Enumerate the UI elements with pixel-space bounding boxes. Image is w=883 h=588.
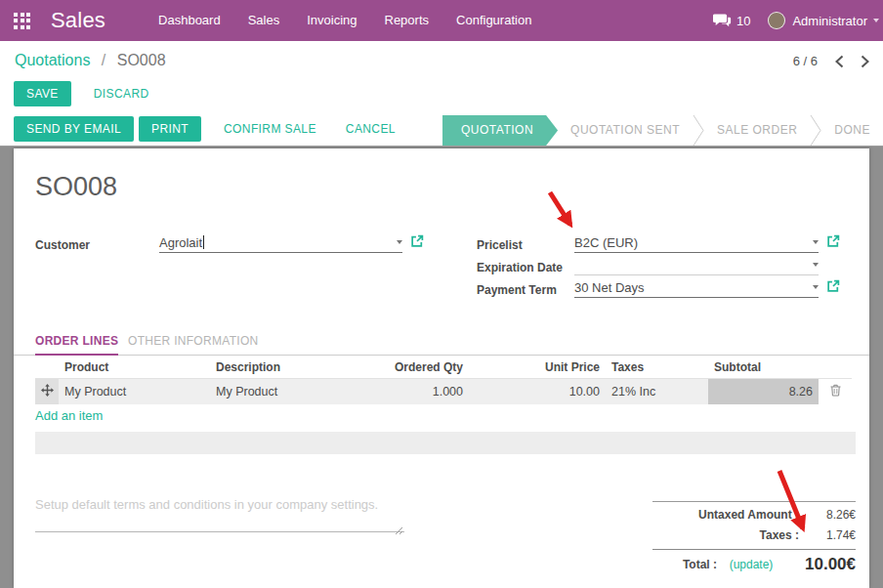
main-menu: Dashboard Sales Invoicing Reports Config…	[145, 0, 545, 41]
terms-textarea[interactable]	[35, 512, 404, 532]
pricelist-value: B2C (EUR)	[574, 235, 638, 250]
column-header-product[interactable]: Product	[59, 357, 210, 378]
user-menu-caret-icon[interactable]	[873, 19, 879, 22]
cell-ordered-qty[interactable]: 1.000	[376, 378, 469, 404]
stage-separator-icon	[693, 115, 704, 146]
subtotals-group: Untaxed Amount : 8.26€ Taxes : 1.74€	[652, 501, 856, 550]
notebook-tabbar: ORDER LINES OTHER INFORMATION	[14, 334, 869, 356]
untaxed-amount-row: Untaxed Amount : 8.26€	[652, 504, 856, 525]
expiration-date-label: Expiration Date	[477, 261, 563, 274]
stage-done[interactable]: DONE	[821, 115, 883, 146]
pager-next-icon[interactable]	[861, 55, 870, 68]
menu-item-sales[interactable]: Sales	[234, 0, 294, 41]
column-header-description[interactable]: Description	[210, 357, 376, 378]
pager-previous-icon[interactable]	[834, 55, 844, 68]
customer-field[interactable]: Agrolait	[159, 232, 402, 253]
user-name[interactable]: Administrator	[792, 14, 867, 28]
total-row: Total : (update) 10.00€	[652, 551, 856, 577]
pricelist-field[interactable]: B2C (EUR)	[574, 232, 819, 253]
pager-value: 6 / 6	[793, 54, 818, 68]
stage-separator-icon	[810, 115, 821, 146]
confirm-sale-button[interactable]: CONFIRM SALE	[212, 116, 328, 142]
pricelist-dropdown-caret-icon[interactable]	[813, 240, 819, 244]
delete-line-trash-icon[interactable]	[819, 378, 852, 404]
control-panel: Quotations / SO008 6 / 6 SAVE DISCARD SE…	[0, 41, 883, 147]
menu-item-dashboard[interactable]: Dashboard	[145, 0, 234, 41]
pricelist-label: Pricelist	[477, 238, 523, 252]
cell-unit-price[interactable]: 10.00	[469, 378, 606, 404]
discard-button[interactable]: DISCARD	[82, 81, 161, 106]
cell-subtotal: 8.26	[708, 378, 819, 404]
terms-placeholder: Setup default terms and conditions in yo…	[35, 497, 378, 512]
menu-item-configuration[interactable]: Configuration	[442, 0, 545, 41]
payment-term-label: Payment Term	[477, 283, 557, 297]
table-header-row: Product Description Ordered Qty Unit Pri…	[35, 357, 852, 378]
empty-line-strip	[35, 432, 856, 454]
messages-count[interactable]: 10	[736, 14, 750, 28]
breadcrumb-separator: /	[102, 52, 105, 68]
menu-item-invoicing[interactable]: Invoicing	[293, 0, 370, 41]
save-button[interactable]: SAVE	[14, 81, 71, 106]
print-button[interactable]: PRINT	[139, 116, 201, 142]
taxes-value: 1.74€	[799, 528, 856, 542]
column-header-taxes[interactable]: Taxes	[606, 357, 708, 378]
tab-other-information[interactable]: OTHER INFORMATION	[128, 334, 259, 354]
user-avatar[interactable]	[768, 12, 785, 29]
menu-item-reports[interactable]: Reports	[371, 0, 443, 41]
messages-icon[interactable]	[713, 14, 732, 28]
total-value: 10.00€	[781, 555, 856, 574]
form-sheet: SO008 Customer Agrolait Pricelist B2C (E…	[14, 148, 869, 588]
handle-column-header	[35, 357, 59, 378]
order-title: SO008	[35, 172, 117, 202]
send-by-email-button[interactable]: SEND BY EMAIL	[14, 116, 134, 142]
column-header-ordered-qty[interactable]: Ordered Qty	[376, 357, 469, 378]
expiration-date-dropdown-caret-icon[interactable]	[813, 263, 819, 267]
stage-quotation[interactable]: QUOTATION	[442, 115, 558, 146]
untaxed-amount-value: 8.26€	[799, 508, 856, 522]
untaxed-amount-label: Untaxed Amount :	[652, 508, 799, 522]
payment-term-value: 30 Net Days	[574, 280, 645, 295]
update-total-link[interactable]: (update)	[721, 558, 781, 571]
cell-taxes[interactable]: 21% Inc	[606, 378, 708, 404]
taxes-row: Taxes : 1.74€	[652, 525, 856, 545]
tab-order-lines[interactable]: ORDER LINES	[35, 334, 118, 356]
customer-label: Customer	[35, 238, 90, 252]
stage-quotation-sent[interactable]: QUOTATION SENT	[558, 115, 693, 146]
text-cursor	[203, 235, 204, 249]
cell-description[interactable]: My Product	[210, 378, 376, 404]
payment-term-external-link-icon[interactable]	[826, 279, 840, 297]
cell-product[interactable]: My Product	[59, 378, 210, 404]
apps-grid-icon[interactable]	[14, 13, 30, 29]
cancel-button[interactable]: CANCEL	[334, 116, 407, 142]
breadcrumb-quotations-link[interactable]: Quotations	[15, 52, 90, 68]
order-lines-table: Product Description Ordered Qty Unit Pri…	[35, 357, 852, 404]
expiration-date-field[interactable]	[574, 255, 819, 275]
breadcrumb: Quotations / SO008	[15, 52, 166, 69]
payment-term-dropdown-caret-icon[interactable]	[813, 285, 819, 289]
taxes-label: Taxes :	[652, 528, 799, 542]
statusbar: QUOTATION QUOTATION SENT SALE ORDER DONE	[442, 115, 883, 146]
totals-summary: Untaxed Amount : 8.26€ Taxes : 1.74€ Tot…	[652, 501, 856, 577]
breadcrumb-current: SO008	[117, 52, 166, 68]
drag-handle-icon[interactable]	[35, 378, 59, 404]
add-an-item-link[interactable]: Add an item	[35, 408, 103, 423]
table-row[interactable]: My Product My Product 1.000 10.00 21% In…	[35, 378, 852, 404]
total-label: Total :	[652, 558, 721, 571]
top-navbar: Sales Dashboard Sales Invoicing Reports …	[0, 0, 883, 41]
pricelist-external-link-icon[interactable]	[826, 234, 840, 252]
resize-handle-icon[interactable]	[395, 522, 403, 539]
save-discard-row: SAVE DISCARD	[14, 81, 161, 106]
navbar-right: 10 Administrator	[713, 12, 879, 29]
customer-dropdown-caret-icon[interactable]	[397, 240, 402, 244]
stage-sale-order[interactable]: SALE ORDER	[704, 115, 810, 146]
record-pager: 6 / 6	[793, 54, 870, 68]
customer-value: Agrolait	[159, 235, 202, 250]
payment-term-field[interactable]: 30 Net Days	[574, 277, 819, 298]
customer-external-link-icon[interactable]	[410, 234, 424, 252]
action-buttons-row: SEND BY EMAIL PRINT CONFIRM SALE CANCEL	[14, 116, 407, 142]
app-brand[interactable]: Sales	[51, 8, 105, 33]
trash-column-header	[819, 357, 852, 378]
column-header-unit-price[interactable]: Unit Price	[469, 357, 606, 378]
column-header-subtotal[interactable]: Subtotal	[708, 357, 819, 378]
